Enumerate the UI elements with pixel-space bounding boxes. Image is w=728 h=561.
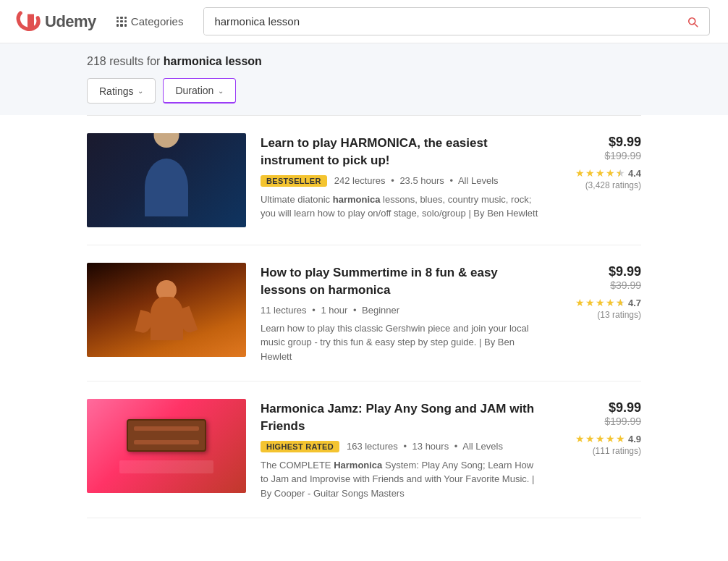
course-info-2: How to play Summertime in 8 fun & easy l… xyxy=(261,263,540,363)
grid-icon xyxy=(117,17,127,27)
course-item-2: How to play Summertime in 8 fun & easy l… xyxy=(87,245,641,381)
results-query: harmonica lesson xyxy=(164,55,262,67)
course-list: Learn to play HARMONICA, the easiest ins… xyxy=(0,116,728,518)
duration-chevron-icon: ⌄ xyxy=(218,87,224,95)
udemy-logo-icon xyxy=(14,9,41,35)
price-current-2: $9.99 xyxy=(554,264,641,279)
duration-1: 23.5 hours xyxy=(399,175,444,186)
course-title-2[interactable]: How to play Summertime in 8 fun & easy l… xyxy=(261,264,540,299)
search-button[interactable] xyxy=(676,15,709,28)
course-info-3: Harmonica Jamz: Play Any Song and JAM wi… xyxy=(261,399,540,500)
rating-count-1: (3,428 ratings) xyxy=(554,180,641,190)
star-2-5: ★★ xyxy=(616,297,625,308)
level-1: All Levels xyxy=(458,175,499,186)
star-3-4: ★ xyxy=(606,433,615,444)
course-title-1[interactable]: Learn to play HARMONICA, the easiest ins… xyxy=(261,135,540,169)
lectures-3: 163 lectures xyxy=(347,441,398,452)
star-3-3: ★ xyxy=(596,433,605,444)
star-1-3: ★ xyxy=(596,167,605,179)
course-price-3: $9.99 $199.99 ★ ★ ★ ★ ★ 4.9 (111 ratings… xyxy=(554,399,641,456)
results-summary: 218 results for harmonica lesson xyxy=(87,55,641,68)
course-price-1: $9.99 $199.99 ★ ★ ★ ★ ★★ 4.4 (3,428 rati… xyxy=(554,133,641,190)
star-2-1: ★ xyxy=(575,297,585,308)
course-description-1: Ultimate diatonic harmonica lessons, blu… xyxy=(261,193,540,221)
rating-num-3: 4.9 xyxy=(628,434,641,444)
badge-row-2: 11 lectures • 1 hour • Beginner xyxy=(261,305,540,316)
star-3-5: ★ xyxy=(616,433,625,444)
search-bar xyxy=(203,7,710,35)
star-3-1: ★ xyxy=(575,433,585,444)
ratings-filter-button[interactable]: Ratings ⌄ xyxy=(87,78,156,104)
star-1-4: ★ xyxy=(606,167,615,179)
star-2-4: ★ xyxy=(606,297,615,308)
star-1-5: ★★ xyxy=(616,167,625,179)
price-original-1: $199.99 xyxy=(554,150,641,161)
level-3: All Levels xyxy=(462,441,503,452)
ratings-chevron-icon: ⌄ xyxy=(137,87,143,95)
course-info-1: Learn to play HARMONICA, the easiest ins… xyxy=(261,133,540,221)
rating-count-3: (111 ratings) xyxy=(554,446,641,456)
course-badge-1: BESTSELLER xyxy=(261,175,327,187)
course-thumbnail-3[interactable] xyxy=(87,399,246,493)
duration-filter-button[interactable]: Duration ⌄ xyxy=(163,78,236,104)
course-description-3: The COMPLETE Harmonica System: Play Any … xyxy=(261,458,540,501)
course-description-2: Learn how to play this classic Gershwin … xyxy=(261,321,540,364)
price-current-3: $9.99 xyxy=(554,400,641,416)
rating-num-2: 4.7 xyxy=(628,298,641,308)
star-2-2: ★ xyxy=(585,297,595,308)
rating-num-1: 4.4 xyxy=(628,168,641,179)
rating-count-2: (13 ratings) xyxy=(554,310,641,320)
lectures-1: 242 lectures xyxy=(334,175,386,186)
ratings-label: Ratings xyxy=(99,85,133,97)
course-meta-3: 163 lectures • 13 hours • All Levels xyxy=(347,441,503,452)
duration-label: Duration xyxy=(175,85,213,96)
stars-1: ★ ★ ★ ★ ★★ xyxy=(575,167,625,179)
course-badge-3: HIGHEST RATED xyxy=(261,441,339,452)
price-current-1: $9.99 xyxy=(554,135,641,150)
star-1-1: ★ xyxy=(575,167,585,179)
categories-button[interactable]: Categories xyxy=(111,11,190,32)
star-2-3: ★ xyxy=(596,297,605,308)
course-meta-1: 242 lectures • 23.5 hours • All Levels xyxy=(334,175,499,186)
stars-row-3: ★ ★ ★ ★ ★ 4.9 xyxy=(554,433,641,444)
duration-3: 13 hours xyxy=(412,441,449,452)
star-3-2: ★ xyxy=(585,433,595,444)
course-thumbnail-1[interactable] xyxy=(87,133,246,227)
course-thumbnail-2[interactable] xyxy=(87,263,246,357)
stars-row-1: ★ ★ ★ ★ ★★ 4.4 xyxy=(554,167,641,179)
categories-label: Categories xyxy=(131,15,184,28)
logo-text: Udemy xyxy=(45,12,96,31)
filter-buttons-row: Ratings ⌄ Duration ⌄ xyxy=(87,78,641,104)
search-icon xyxy=(686,15,699,28)
badge-row-3: HIGHEST RATED 163 lectures • 13 hours • … xyxy=(261,441,540,452)
header: Udemy Categories xyxy=(0,0,728,43)
results-count: 218 xyxy=(87,55,106,67)
lectures-2: 11 lectures xyxy=(261,305,307,316)
results-label-prefix: results for xyxy=(109,55,164,67)
course-price-2: $9.99 $39.99 ★ ★ ★ ★ ★★ 4.7 (13 ratings) xyxy=(554,263,641,320)
price-original-3: $199.99 xyxy=(554,416,641,427)
price-original-2: $39.99 xyxy=(554,279,641,291)
course-meta-2: 11 lectures • 1 hour • Beginner xyxy=(261,305,399,316)
course-item: Learn to play HARMONICA, the easiest ins… xyxy=(87,116,641,245)
star-1-2: ★ xyxy=(585,167,595,179)
course-item-3: Harmonica Jamz: Play Any Song and JAM wi… xyxy=(87,381,641,518)
search-input[interactable] xyxy=(204,8,676,35)
level-2: Beginner xyxy=(362,305,399,316)
logo[interactable]: Udemy xyxy=(14,9,96,35)
duration-2: 1 hour xyxy=(321,305,347,316)
filter-bar: 218 results for harmonica lesson Ratings… xyxy=(0,43,728,115)
badge-row-1: BESTSELLER 242 lectures • 23.5 hours • A… xyxy=(261,175,540,187)
stars-row-2: ★ ★ ★ ★ ★★ 4.7 xyxy=(554,297,641,308)
course-title-3[interactable]: Harmonica Jamz: Play Any Song and JAM wi… xyxy=(261,400,540,435)
stars-2: ★ ★ ★ ★ ★★ xyxy=(575,297,625,308)
stars-3: ★ ★ ★ ★ ★ xyxy=(575,433,625,444)
